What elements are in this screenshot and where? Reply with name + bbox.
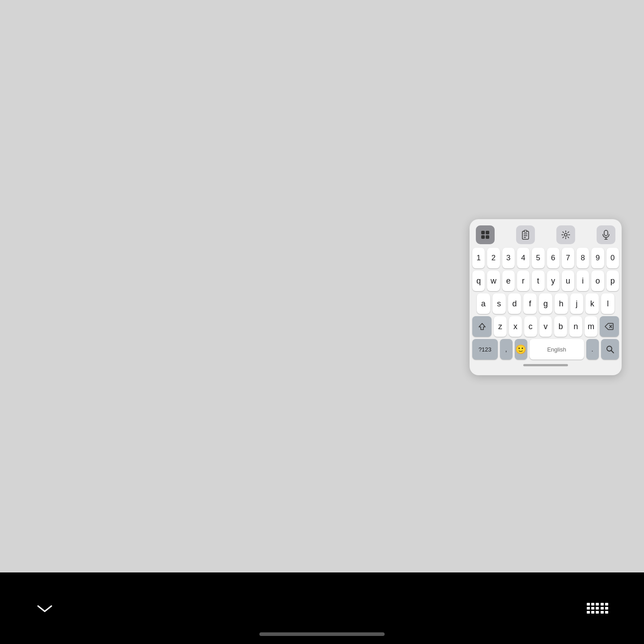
key-y[interactable]: y bbox=[547, 271, 559, 291]
key-5[interactable]: 5 bbox=[532, 248, 544, 268]
key-f[interactable]: f bbox=[523, 293, 537, 314]
comma-key[interactable]: , bbox=[500, 339, 513, 360]
key-6[interactable]: 6 bbox=[547, 248, 559, 268]
key-o[interactable]: o bbox=[591, 271, 604, 291]
bottom-row: ?123 , 🙂 English . bbox=[472, 339, 619, 360]
key-0[interactable]: 0 bbox=[606, 248, 619, 268]
key-1[interactable]: 1 bbox=[472, 248, 485, 268]
svg-rect-0 bbox=[481, 231, 485, 234]
home-indicator bbox=[259, 632, 385, 636]
keyboard: 1 2 3 4 5 6 7 8 9 0 q w e r t y u i o p … bbox=[470, 219, 622, 375]
key-a[interactable]: a bbox=[477, 293, 490, 314]
key-4[interactable]: 4 bbox=[517, 248, 530, 268]
emoji-key[interactable]: 🙂 bbox=[515, 339, 527, 360]
key-z[interactable]: z bbox=[494, 316, 507, 337]
svg-rect-1 bbox=[486, 231, 489, 234]
key-d[interactable]: d bbox=[508, 293, 521, 314]
key-3[interactable]: 3 bbox=[502, 248, 515, 268]
svg-rect-5 bbox=[524, 230, 527, 232]
bottom-bar bbox=[0, 572, 644, 644]
key-s[interactable]: s bbox=[492, 293, 506, 314]
symbols-key[interactable]: ?123 bbox=[472, 339, 498, 360]
key-b[interactable]: b bbox=[554, 316, 567, 337]
emoji-grid-button[interactable] bbox=[476, 225, 495, 244]
key-e[interactable]: e bbox=[502, 271, 515, 291]
key-h[interactable]: h bbox=[555, 293, 568, 314]
key-x[interactable]: x bbox=[509, 316, 522, 337]
settings-button[interactable] bbox=[556, 225, 575, 244]
shift-key[interactable] bbox=[472, 316, 491, 337]
key-t[interactable]: t bbox=[532, 271, 544, 291]
key-n[interactable]: n bbox=[569, 316, 582, 337]
key-l[interactable]: l bbox=[601, 293, 614, 314]
key-v[interactable]: v bbox=[539, 316, 552, 337]
keyboard-home-indicator bbox=[472, 364, 619, 366]
key-9[interactable]: 9 bbox=[591, 248, 604, 268]
key-u[interactable]: u bbox=[562, 271, 574, 291]
key-q[interactable]: q bbox=[472, 271, 485, 291]
microphone-button[interactable] bbox=[597, 225, 615, 244]
svg-line-16 bbox=[611, 351, 614, 353]
keyboard-toolbar bbox=[472, 224, 619, 248]
number-row: 1 2 3 4 5 6 7 8 9 0 bbox=[472, 248, 619, 268]
backspace-key[interactable] bbox=[600, 316, 619, 337]
svg-rect-2 bbox=[481, 235, 485, 239]
svg-point-9 bbox=[564, 233, 567, 236]
key-j[interactable]: j bbox=[570, 293, 584, 314]
svg-rect-3 bbox=[486, 235, 489, 239]
qwerty-row: q w e r t y u i o p bbox=[472, 271, 619, 291]
key-i[interactable]: i bbox=[576, 271, 589, 291]
clipboard-button[interactable] bbox=[516, 225, 535, 244]
key-m[interactable]: m bbox=[585, 316, 597, 337]
hide-keyboard-button[interactable] bbox=[36, 602, 54, 614]
svg-rect-10 bbox=[604, 230, 608, 236]
keyboard-home-bar bbox=[523, 364, 568, 366]
spacebar-key[interactable]: English bbox=[530, 339, 584, 360]
key-p[interactable]: p bbox=[606, 271, 619, 291]
key-c[interactable]: c bbox=[524, 316, 537, 337]
period-key[interactable]: . bbox=[586, 339, 599, 360]
asdf-row: a s d f g h j k l bbox=[472, 293, 619, 314]
key-r[interactable]: r bbox=[517, 271, 530, 291]
keyboard-type-toggle[interactable] bbox=[587, 603, 608, 614]
search-key[interactable] bbox=[601, 339, 619, 360]
key-2[interactable]: 2 bbox=[487, 248, 500, 268]
key-w[interactable]: w bbox=[487, 271, 500, 291]
zxcv-row: z x c v b n m bbox=[472, 316, 619, 337]
key-7[interactable]: 7 bbox=[562, 248, 574, 268]
key-k[interactable]: k bbox=[585, 293, 599, 314]
key-g[interactable]: g bbox=[539, 293, 552, 314]
key-8[interactable]: 8 bbox=[576, 248, 589, 268]
